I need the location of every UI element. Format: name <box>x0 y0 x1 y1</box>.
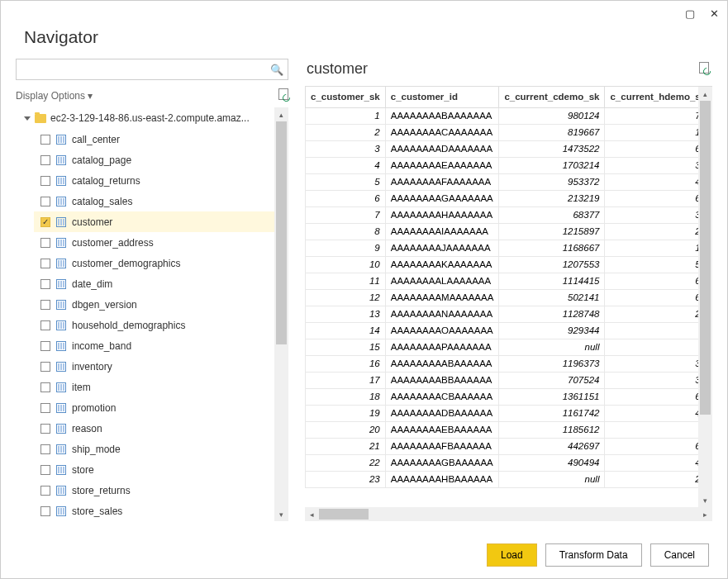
scroll-up-icon[interactable]: ▴ <box>274 107 288 121</box>
table-item-catalog_returns[interactable]: catalog_returns <box>34 170 274 191</box>
table-icon <box>56 320 66 330</box>
tree-root[interactable]: ec2-3-129-148-86.us-east-2.compute.amaz.… <box>16 107 274 129</box>
table-item-item[interactable]: item <box>34 377 274 397</box>
table-item-catalog_page[interactable]: catalog_page <box>34 149 274 170</box>
table-row[interactable]: 16AAAAAAAAABAAAAAA119637330 <box>306 355 699 372</box>
table-item-income_band[interactable]: income_band <box>34 335 274 356</box>
table-item-call_center[interactable]: call_center <box>34 129 274 149</box>
table-item-store_sales[interactable]: store_sales <box>34 501 274 521</box>
tree-scrollbar[interactable]: ▴ ▾ <box>274 107 288 521</box>
table-row[interactable]: 20AAAAAAAAEBAAAAAA1185612 <box>306 421 699 438</box>
table-row[interactable]: 22AAAAAAAAGBAAAAAA49049445 <box>306 454 699 471</box>
table-item-store[interactable]: store <box>34 459 274 480</box>
scroll-up-icon[interactable]: ▴ <box>698 87 712 101</box>
table-row[interactable]: 9AAAAAAAAJAAAAAAA116866714 <box>306 240 699 256</box>
checkbox-icon[interactable] <box>40 341 50 351</box>
table-row[interactable]: 13AAAAAAAANAAAAAAA112874827 <box>306 306 699 322</box>
checkbox-icon[interactable] <box>40 506 50 516</box>
table-item-store_returns[interactable]: store_returns <box>34 480 274 501</box>
checkbox-icon[interactable] <box>40 176 50 186</box>
checkbox-icon[interactable] <box>40 320 50 330</box>
checkbox-icon[interactable] <box>40 444 50 454</box>
table-row[interactable]: 11AAAAAAAALAAAAAAA111441568 <box>306 273 699 289</box>
checkbox-icon[interactable] <box>40 279 50 289</box>
column-header[interactable]: c_customer_id <box>385 87 499 107</box>
preview-table: c_customer_skc_customer_idc_current_cdem… <box>305 87 698 488</box>
checkbox-icon[interactable] <box>40 238 50 248</box>
table-row[interactable]: 1AAAAAAAABAAAAAAA98012471 <box>306 107 699 124</box>
display-options-dropdown[interactable]: Display Options ▾ <box>16 90 93 102</box>
table-row[interactable]: 2AAAAAAAACAAAAAAA81966714 <box>306 124 699 140</box>
table-row[interactable]: 6AAAAAAAAGAAAAAAA21321963 <box>306 190 699 206</box>
checkbox-icon[interactable] <box>40 362 50 372</box>
preview-refresh-icon[interactable] <box>699 62 709 77</box>
table-item-ship_mode[interactable]: ship_mode <box>34 439 274 459</box>
table-row[interactable]: 14AAAAAAAAOAAAAAAA9293448 <box>306 322 699 339</box>
table-item-customer[interactable]: ✓customer <box>34 211 274 232</box>
table-item-date_dim[interactable]: date_dim <box>34 273 274 294</box>
grid-hscrollbar[interactable]: ◂ ▸ <box>305 507 712 521</box>
table-item-catalog_sales[interactable]: catalog_sales <box>34 191 274 211</box>
table-icon <box>56 444 66 454</box>
scroll-down-icon[interactable]: ▾ <box>698 493 712 507</box>
checkbox-icon[interactable] <box>40 197 50 206</box>
checkbox-icon[interactable] <box>40 259 50 268</box>
checkbox-icon[interactable] <box>40 155 50 165</box>
table-row[interactable]: 23AAAAAAAAHBAAAAAAnull21 <box>306 471 699 487</box>
checkbox-icon[interactable] <box>40 382 50 392</box>
scroll-right-icon[interactable]: ▸ <box>698 507 712 521</box>
grid-vscrollbar[interactable]: ▴ ▾ <box>698 87 712 507</box>
table-item-promotion[interactable]: promotion <box>34 397 274 418</box>
table-label: date_dim <box>72 278 112 290</box>
table-label: catalog_page <box>72 154 131 166</box>
checkbox-icon[interactable] <box>40 403 50 413</box>
close-icon[interactable]: ✕ <box>710 7 719 20</box>
table-label: dbgen_version <box>72 299 137 311</box>
table-row[interactable]: 17AAAAAAAABBAAAAAA70752438 <box>306 372 699 388</box>
table-row[interactable]: 5AAAAAAAAFAAAAAAA95337244 <box>306 173 699 190</box>
table-icon <box>56 155 66 165</box>
checkbox-icon[interactable] <box>40 465 50 475</box>
table-icon <box>56 197 66 206</box>
table-label: reason <box>72 423 102 434</box>
table-label: inventory <box>72 361 112 373</box>
scroll-left-icon[interactable]: ◂ <box>305 507 319 521</box>
checkbox-icon[interactable] <box>40 424 50 434</box>
search-icon[interactable]: 🔍 <box>266 59 288 79</box>
checkbox-icon[interactable]: ✓ <box>40 217 50 227</box>
table-row[interactable]: 7AAAAAAAAHAAAAAAA6837732 <box>306 206 699 223</box>
transform-data-button[interactable]: Transform Data <box>545 543 642 567</box>
checkbox-icon[interactable] <box>40 135 50 145</box>
refresh-icon[interactable] <box>278 88 288 102</box>
table-item-inventory[interactable]: inventory <box>34 356 274 377</box>
table-row[interactable]: 19AAAAAAAADBAAAAAA116174242 <box>306 405 699 421</box>
scroll-down-icon[interactable]: ▾ <box>274 507 288 521</box>
table-row[interactable]: 12AAAAAAAAMAAAAAAA50214165 <box>306 289 699 306</box>
table-label: promotion <box>72 402 116 414</box>
table-row[interactable]: 10AAAAAAAAKAAAAAAA120755351 <box>306 256 699 273</box>
table-row[interactable]: 3AAAAAAAADAAAAAAA147352262 <box>306 140 699 157</box>
table-row[interactable]: 8AAAAAAAAIAAAAAAA121589724 <box>306 223 699 240</box>
table-item-dbgen_version[interactable]: dbgen_version <box>34 294 274 315</box>
table-row[interactable]: 21AAAAAAAAFBAAAAAA44269765 <box>306 438 699 454</box>
table-label: store_returns <box>72 485 131 496</box>
table-row[interactable]: 15AAAAAAAAPAAAAAAAnull1 <box>306 339 699 355</box>
table-item-customer_address[interactable]: customer_address <box>34 232 274 253</box>
column-header[interactable]: c_customer_sk <box>306 87 386 107</box>
maximize-icon[interactable]: ▢ <box>685 7 695 20</box>
table-item-reason[interactable]: reason <box>34 418 274 439</box>
table-item-customer_demographics[interactable]: customer_demographics <box>34 253 274 273</box>
caret-down-icon <box>24 116 31 121</box>
checkbox-icon[interactable] <box>40 486 50 496</box>
table-icon <box>56 259 66 268</box>
table-item-household_demographics[interactable]: household_demographics <box>34 315 274 335</box>
table-row[interactable]: 4AAAAAAAAEAAAAAAA170321439 <box>306 157 699 173</box>
search-input[interactable] <box>17 59 266 79</box>
load-button[interactable]: Load <box>487 543 537 567</box>
column-header[interactable]: c_current_hdemo_sk <box>605 87 698 107</box>
cancel-button[interactable]: Cancel <box>650 543 709 567</box>
column-header[interactable]: c_current_cdemo_sk <box>499 87 605 107</box>
table-row[interactable]: 18AAAAAAAACBAAAAAA136115165 <box>306 388 699 405</box>
table-icon <box>56 424 66 434</box>
checkbox-icon[interactable] <box>40 300 50 310</box>
